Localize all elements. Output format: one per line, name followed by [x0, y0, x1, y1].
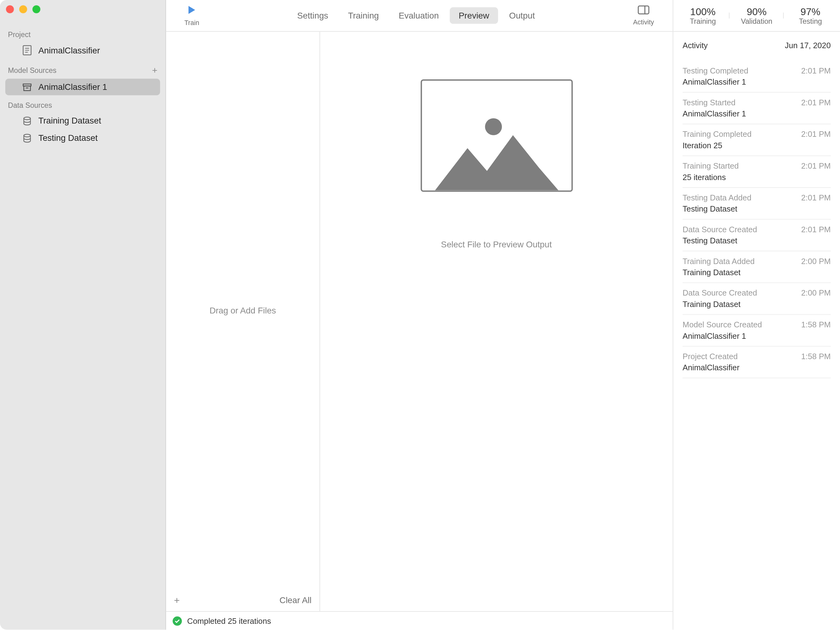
play-icon: [186, 5, 197, 18]
svg-point-12: [485, 118, 502, 135]
activity-panel: Activity Jun 17, 2020 Testing Completed …: [673, 32, 840, 630]
metric-label: Training: [676, 17, 730, 25]
metrics-row: 100% Training 90% Validation 97% Testing: [673, 0, 840, 32]
database-icon: [21, 133, 33, 143]
activity-date: Jun 17, 2020: [785, 41, 831, 51]
sidebar-item-label: Training Dataset: [38, 116, 101, 126]
train-button[interactable]: Train: [175, 5, 208, 27]
activity-item-title: Testing Started: [682, 98, 735, 107]
sidebar-header-model-sources: Model Sources +: [0, 60, 165, 78]
activity-item: Training Data Added 2:00 PM Training Dat…: [682, 251, 831, 283]
svg-marker-9: [188, 6, 195, 14]
panel-icon: [638, 5, 650, 17]
activity-item-detail: Testing Dataset: [682, 204, 831, 214]
activity-item-time: 2:00 PM: [801, 289, 831, 298]
sidebar-item-testing-dataset[interactable]: Testing Dataset: [5, 130, 160, 146]
activity-item-time: 2:01 PM: [801, 225, 831, 234]
activity-item-title: Training Data Added: [682, 257, 755, 266]
svg-marker-13: [434, 135, 558, 191]
activity-item-time: 2:01 PM: [801, 66, 831, 75]
activity-item-title: Testing Completed: [682, 66, 748, 75]
metric-value: 97%: [783, 6, 837, 17]
train-label: Train: [185, 19, 199, 27]
sidebar-item-model-source[interactable]: AnimalClassifier 1: [5, 79, 160, 95]
status-text: Completed 25 iterations: [187, 616, 271, 625]
archive-icon: [21, 82, 33, 92]
status-bar: Completed 25 iterations: [166, 611, 673, 630]
clear-all-button[interactable]: Clear All: [279, 595, 312, 605]
activity-item-title: Testing Data Added: [682, 193, 752, 202]
activity-item-title: Data Source Created: [682, 225, 757, 234]
activity-item-time: 1:58 PM: [801, 352, 831, 361]
activity-item-time: 2:01 PM: [801, 161, 831, 171]
activity-label: Activity: [633, 19, 654, 26]
maximize-window-button[interactable]: [32, 5, 41, 13]
sidebar-item-label: AnimalClassifier 1: [38, 82, 107, 92]
drop-zone[interactable]: Drag or Add Files: [166, 32, 320, 589]
add-file-button[interactable]: +: [174, 594, 180, 606]
sidebar-item-training-dataset[interactable]: Training Dataset: [5, 112, 160, 129]
drop-zone-label: Drag or Add Files: [209, 305, 276, 315]
activity-item: Training Completed 2:01 PM Iteration 25: [682, 125, 831, 156]
sidebar-item-label: AnimalClassifier: [38, 46, 100, 55]
activity-list: Testing Completed 2:01 PM AnimalClassifi…: [682, 61, 831, 378]
tab-bar: Settings Training Evaluation Preview Out…: [208, 8, 624, 24]
activity-item: Data Source Created 2:00 PM Training Dat…: [682, 283, 831, 315]
activity-toggle-button[interactable]: Activity: [624, 5, 664, 25]
right-panel: 100% Training 90% Validation 97% Testing…: [673, 0, 840, 630]
activity-item-title: Model Source Created: [682, 320, 762, 330]
activity-item-detail: Training Dataset: [682, 268, 831, 277]
preview-panel: Select File to Preview Output: [320, 32, 673, 611]
file-drop-panel: Drag or Add Files + Clear All: [166, 32, 320, 611]
svg-point-8: [24, 134, 30, 137]
svg-point-7: [24, 117, 30, 120]
tab-settings[interactable]: Settings: [289, 8, 336, 24]
activity-item: Training Started 2:01 PM 25 iterations: [682, 156, 831, 188]
activity-item-time: 1:58 PM: [801, 320, 831, 330]
sidebar-header-label: Model Sources: [8, 66, 57, 74]
document-icon: [21, 45, 33, 55]
metric-label: Testing: [783, 17, 837, 25]
tab-preview[interactable]: Preview: [450, 8, 498, 24]
metric-training: 100% Training: [676, 6, 730, 25]
activity-item-detail: AnimalClassifier 1: [682, 109, 831, 118]
activity-item: Testing Data Added 2:01 PM Testing Datas…: [682, 188, 831, 219]
metric-value: 100%: [676, 6, 730, 17]
tab-training[interactable]: Training: [339, 8, 387, 24]
activity-item-title: Training Completed: [682, 130, 752, 139]
activity-item-time: 2:01 PM: [801, 98, 831, 107]
tab-output[interactable]: Output: [501, 8, 543, 24]
sidebar-header-label: Data Sources: [8, 101, 52, 109]
activity-item-detail: AnimalClassifier 1: [682, 332, 831, 341]
activity-item-time: 2:01 PM: [801, 193, 831, 202]
add-model-source-button[interactable]: +: [152, 65, 158, 75]
activity-item-detail: Iteration 25: [682, 141, 831, 150]
database-icon: [21, 116, 33, 125]
svg-rect-10: [638, 6, 649, 14]
activity-item-detail: AnimalClassifier: [682, 363, 831, 373]
metric-value: 90%: [730, 6, 783, 17]
image-placeholder-icon: [420, 79, 573, 192]
activity-header-label: Activity: [682, 41, 707, 51]
activity-item-time: 2:01 PM: [801, 130, 831, 139]
preview-placeholder-text: Select File to Preview Output: [441, 239, 552, 249]
sidebar-header-project: Project: [0, 25, 165, 41]
activity-item-title: Training Started: [682, 161, 739, 171]
activity-item: Data Source Created 2:01 PM Testing Data…: [682, 219, 831, 251]
activity-item: Testing Started 2:01 PM AnimalClassifier…: [682, 93, 831, 125]
tab-evaluation[interactable]: Evaluation: [390, 8, 447, 24]
activity-item: Testing Completed 2:01 PM AnimalClassifi…: [682, 61, 831, 93]
window-controls: [6, 5, 40, 13]
close-window-button[interactable]: [6, 5, 14, 13]
minimize-window-button[interactable]: [19, 5, 27, 13]
sidebar-item-label: Testing Dataset: [38, 133, 98, 143]
sidebar-header-data-sources: Data Sources: [0, 96, 165, 112]
activity-item-detail: AnimalClassifier 1: [682, 77, 831, 87]
metric-label: Validation: [730, 17, 783, 25]
activity-item: Project Created 1:58 PM AnimalClassifier: [682, 346, 831, 378]
checkmark-icon: [173, 616, 182, 625]
sidebar-header-label: Project: [8, 31, 31, 39]
toolbar: Train Settings Training Evaluation Previ…: [166, 0, 673, 32]
sidebar-item-project[interactable]: AnimalClassifier: [5, 42, 160, 59]
activity-item: Model Source Created 1:58 PM AnimalClass…: [682, 315, 831, 346]
